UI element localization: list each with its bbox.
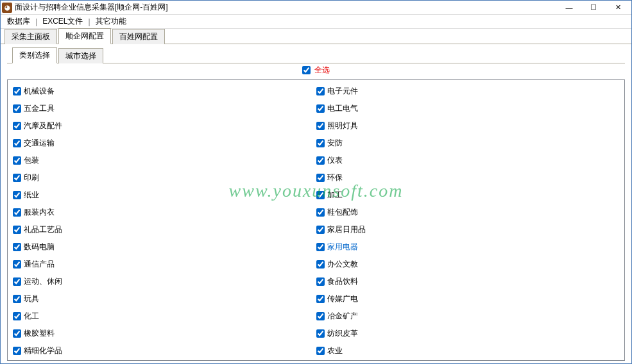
- close-button[interactable]: ✕: [606, 1, 630, 14]
- category-right-label: 照明灯具: [327, 119, 358, 133]
- category-left-label: 服装内衣: [24, 205, 55, 220]
- category-left-item[interactable]: 精细化学品: [13, 342, 316, 360]
- category-right-item[interactable]: 农业: [316, 342, 620, 360]
- select-all-checkbox[interactable]: 全选: [302, 65, 330, 74]
- tab-main-panel[interactable]: 采集主面板: [4, 29, 57, 44]
- category-left-checkbox[interactable]: [13, 226, 21, 234]
- tab-shunqi-config[interactable]: 顺企网配置: [58, 28, 111, 44]
- category-right-label: 家居日用品: [327, 222, 366, 237]
- category-left-item[interactable]: 医药保养: [13, 360, 316, 361]
- category-right-checkbox[interactable]: [316, 347, 325, 355]
- category-right-item[interactable]: 家居日用品: [316, 221, 620, 238]
- category-right-item[interactable]: 电工电气: [316, 100, 620, 117]
- category-right-label: 冶金矿产: [327, 309, 358, 324]
- category-left-checkbox[interactable]: [13, 277, 21, 286]
- category-left-checkbox[interactable]: [13, 312, 21, 320]
- category-right-item[interactable]: 办公文教: [316, 256, 620, 273]
- category-left-checkbox[interactable]: [13, 260, 21, 269]
- minimize-button[interactable]: —: [557, 1, 581, 14]
- category-listbox[interactable]: 机械设备五金工具汽摩及配件交通运输包装印刷纸业服装内衣礼品工艺品数码电脑通信产品…: [7, 79, 625, 361]
- category-right-checkbox[interactable]: [316, 191, 325, 199]
- category-left-label: 纸业: [24, 188, 39, 203]
- category-right-label: 纺织皮革: [327, 326, 358, 341]
- category-right-item[interactable]: 加工: [316, 186, 620, 204]
- category-right-checkbox[interactable]: [316, 312, 325, 320]
- category-right-checkbox[interactable]: [316, 208, 325, 217]
- category-left-item[interactable]: 运动、休闲: [13, 273, 316, 290]
- category-right-item[interactable]: 传媒广电: [316, 290, 620, 308]
- category-left-checkbox[interactable]: [13, 174, 21, 182]
- category-left-checkbox[interactable]: [13, 208, 21, 217]
- app-window: ◕ 面设计与招聘企业信息采集器[顺企网-百姓网] — ☐ ✕ 数据库 | EXC…: [0, 0, 632, 364]
- category-right-checkbox[interactable]: [316, 122, 325, 130]
- category-left-label: 化工: [24, 309, 39, 324]
- subtab-category[interactable]: 类别选择: [12, 47, 57, 63]
- window-controls: — ☐ ✕: [557, 1, 630, 14]
- category-right-item[interactable]: 食品饮料: [316, 273, 620, 290]
- category-left-item[interactable]: 机械设备: [13, 83, 316, 100]
- category-right-checkbox[interactable]: [316, 87, 325, 95]
- category-left-checkbox[interactable]: [13, 295, 21, 303]
- select-all-input[interactable]: [302, 66, 311, 74]
- category-right-label: 传媒广电: [327, 292, 358, 306]
- category-right-item[interactable]: 安防: [316, 135, 620, 152]
- category-left-checkbox[interactable]: [13, 347, 21, 355]
- category-left-item[interactable]: 礼品工艺品: [13, 221, 316, 238]
- category-left-item[interactable]: 化工: [13, 308, 316, 325]
- category-right-checkbox[interactable]: [316, 104, 325, 113]
- category-left-item[interactable]: 服装内衣: [13, 204, 316, 221]
- category-left-checkbox[interactable]: [13, 191, 21, 199]
- category-left-checkbox[interactable]: [13, 122, 21, 130]
- maximize-button[interactable]: ☐: [581, 1, 606, 14]
- category-right-checkbox[interactable]: [316, 156, 325, 165]
- category-left-item[interactable]: 交通运输: [13, 135, 316, 152]
- category-right-item[interactable]: 冶金矿产: [316, 308, 620, 325]
- menu-other[interactable]: 其它功能: [92, 15, 130, 28]
- menu-excel[interactable]: EXCEL文件: [38, 15, 87, 28]
- category-right-checkbox[interactable]: [316, 277, 325, 286]
- select-all-row: 全选: [7, 63, 625, 79]
- category-left-item[interactable]: 印刷: [13, 169, 316, 186]
- menu-database[interactable]: 数据库: [3, 15, 34, 28]
- select-all-text: 全选: [314, 65, 330, 74]
- menubar: 数据库 | EXCEL文件 | 其它功能: [1, 15, 631, 29]
- category-left-item[interactable]: 玩具: [13, 290, 316, 308]
- category-left-checkbox[interactable]: [13, 139, 21, 147]
- category-left-item[interactable]: 通信产品: [13, 256, 316, 273]
- category-right-item[interactable]: 电子元件: [316, 83, 620, 100]
- left-column: 机械设备五金工具汽摩及配件交通运输包装印刷纸业服装内衣礼品工艺品数码电脑通信产品…: [13, 83, 316, 361]
- subtab-city[interactable]: 城市选择: [58, 48, 103, 63]
- category-right-item[interactable]: 鞋包配饰: [316, 204, 620, 221]
- category-right-checkbox[interactable]: [316, 260, 325, 269]
- category-left-checkbox[interactable]: [13, 329, 21, 338]
- category-right-item[interactable]: 家用电器: [316, 238, 620, 256]
- category-right-item[interactable]: 仪表: [316, 152, 620, 169]
- category-right-checkbox[interactable]: [316, 139, 325, 147]
- category-left-item[interactable]: 包装: [13, 152, 316, 169]
- tab-baixing-config[interactable]: 百姓网配置: [112, 29, 165, 44]
- category-right-checkbox[interactable]: [316, 295, 325, 303]
- category-right-checkbox[interactable]: [316, 243, 325, 251]
- category-right-item[interactable]: 照明灯具: [316, 117, 620, 135]
- category-left-checkbox[interactable]: [13, 156, 21, 165]
- category-left-checkbox[interactable]: [13, 243, 21, 251]
- category-right-label: 食品饮料: [327, 274, 358, 289]
- category-left-item[interactable]: 橡胶塑料: [13, 325, 316, 342]
- category-right-item[interactable]: 环保: [316, 169, 620, 186]
- category-left-label: 五金工具: [24, 101, 55, 116]
- category-left-checkbox[interactable]: [13, 87, 21, 95]
- category-right-item[interactable]: 纺织皮革: [316, 325, 620, 342]
- category-right-checkbox[interactable]: [316, 174, 325, 182]
- category-right-checkbox[interactable]: [316, 329, 325, 338]
- app-icon: ◕: [2, 3, 12, 13]
- category-right-label: 农业: [327, 343, 343, 358]
- category-right-item[interactable]: 建筑建材: [316, 360, 620, 361]
- category-left-item[interactable]: 汽摩及配件: [13, 117, 316, 135]
- category-right-label: 办公文教: [327, 257, 358, 272]
- category-right-checkbox[interactable]: [316, 226, 325, 234]
- category-left-checkbox[interactable]: [13, 104, 21, 113]
- category-left-item[interactable]: 纸业: [13, 186, 316, 204]
- category-left-item[interactable]: 五金工具: [13, 100, 316, 117]
- category-left-item[interactable]: 数码电脑: [13, 238, 316, 256]
- category-right-label: 环保: [327, 170, 343, 185]
